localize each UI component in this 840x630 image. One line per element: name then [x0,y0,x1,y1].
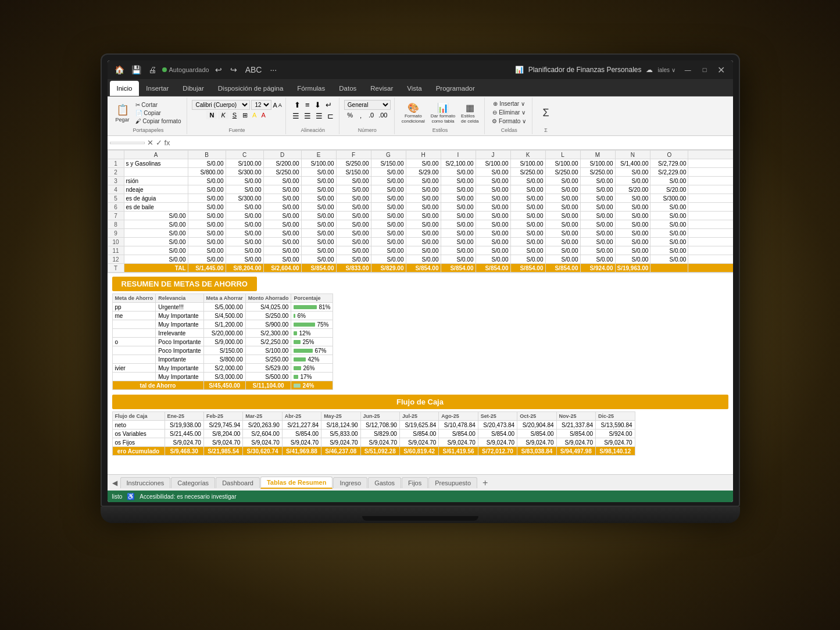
total-i[interactable]: S/854.00 [441,264,476,273]
total-e[interactable]: S/854.00 [301,264,336,273]
format-cells-btn[interactable]: ⚙ Formato ∨ [489,117,528,125]
cell[interactable]: S/100.00 [301,159,336,168]
cell[interactable]: S/0.00 [650,177,688,185]
cell[interactable] [688,177,733,185]
cell[interactable]: S/0.00 [580,194,615,203]
cell[interactable]: S/100.00 [226,159,263,168]
cell[interactable]: S/0.00 [371,203,406,212]
cell[interactable]: S/0.00 [476,194,510,203]
cell[interactable]: S/0.00 [371,177,406,185]
cell[interactable]: S/0.00 [301,194,336,203]
bold-btn[interactable]: N [206,111,217,119]
cell[interactable]: S/0.00 [301,177,336,185]
cell[interactable]: S/100.00 [545,159,580,168]
cell[interactable]: S/0.00 [188,177,226,185]
cell[interactable]: S/0.00 [301,185,336,194]
cell[interactable]: S/0.00 [476,185,510,194]
cell[interactable]: S/300.00 [226,168,263,177]
ch-F[interactable]: F [336,151,371,159]
total-m[interactable]: S/924.00 [580,264,615,273]
font-size-select[interactable]: 12 [251,100,271,110]
insert-cells-btn[interactable]: ⊕ Insertar ∨ [491,100,527,108]
number-format-select[interactable]: General [344,100,391,110]
ch-E[interactable]: E [301,151,336,159]
close-btn[interactable]: ✕ [714,63,728,77]
tab-categorias[interactable]: Categorías [171,477,215,488]
cell[interactable]: S/300.00 [226,194,263,203]
cell-styles-btn[interactable]: ▦ Estilosde celda [459,101,481,125]
align-right-btn[interactable]: ☰ [314,111,324,121]
cell[interactable]: S/0.00 [336,194,371,203]
cell[interactable]: S/0.00 [510,194,545,203]
ch-M[interactable]: M [580,151,615,159]
total-c[interactable]: S/8,204.00 [226,264,263,273]
cancel-formula-btn[interactable]: ✕ [147,138,153,147]
total-h[interactable]: S/854.00 [406,264,441,273]
cell[interactable]: S/0.00 [263,177,301,185]
cell[interactable]: S/0.00 [650,203,688,212]
cell[interactable]: S/0.00 [406,177,441,185]
cell[interactable]: S/0.00 [580,177,615,185]
ch-H[interactable]: H [406,151,441,159]
cell[interactable]: S/0.00 [371,168,406,177]
cell[interactable]: S/250.00 [263,168,301,177]
fill-color-btn[interactable]: A [251,112,258,119]
cell[interactable]: S/0.00 [371,194,406,203]
cell[interactable]: S/0.00 [545,194,580,203]
cell[interactable]: S/0.00 [406,159,441,168]
cell[interactable]: S/0.00 [441,185,476,194]
total-l[interactable]: S/854.00 [545,264,580,273]
cut-btn[interactable]: ✂ Cortar [133,101,184,109]
borders-btn[interactable]: ⊞ [241,112,249,119]
cell[interactable]: S/0.00 [510,185,545,194]
cell[interactable]: S/0.00 [336,185,371,194]
tab-revisar[interactable]: Revisar [363,81,400,96]
cell[interactable]: S/0.00 [580,185,615,194]
ch-I[interactable]: I [441,151,476,159]
home-icon[interactable]: 🏠 [112,64,127,76]
cell[interactable]: S/0.00 [301,203,336,212]
tab-inicio[interactable]: Inicio [110,81,140,96]
italic-btn[interactable]: K [218,111,228,119]
total-f[interactable]: S/833.00 [336,264,371,273]
format-table-btn[interactable]: 📊 Dar formatocomo tabla [428,101,457,125]
total-j[interactable]: S/854.00 [476,264,510,273]
cell[interactable]: S/20.00 [650,185,688,194]
tab-disposicion[interactable]: Disposición de página [211,81,291,96]
format-painter-btn[interactable]: 🖌 Copiar formato [133,117,184,125]
cell[interactable]: S/150.00 [336,168,371,177]
cell[interactable]: S/0.00 [476,168,510,177]
font-color-btn[interactable]: A [259,112,267,119]
cell[interactable]: S/0.00 [615,194,650,203]
tab-insertar[interactable]: Insertar [139,81,176,96]
merge-btn[interactable]: ⊏ [326,111,335,121]
cell[interactable]: S/100.00 [580,159,615,168]
total-p[interactable] [688,264,733,273]
cell[interactable] [688,203,733,212]
cell[interactable]: S/0.00 [510,177,545,185]
cell-ref-box[interactable] [110,142,145,144]
tab-dashboard[interactable]: Dashboard [216,477,260,488]
cell[interactable]: S/2,229.00 [650,168,688,177]
align-center-btn[interactable]: ☰ [302,111,313,121]
cell[interactable]: S/0.00 [441,194,476,203]
sum-btn[interactable]: Σ [537,106,555,120]
tab-dibujar[interactable]: Dibujar [176,81,210,96]
tab-ingreso[interactable]: Ingreso [333,477,367,488]
align-top-btn[interactable]: ⬆ [292,100,302,110]
cell[interactable]: es de baile [124,203,188,212]
cell[interactable]: S/2,100.00 [441,159,476,168]
copy-btn[interactable]: 📄 Copiar [133,109,184,117]
cell[interactable]: S/0.00 [441,177,476,185]
cell[interactable]: S/0.00 [188,159,226,168]
cell[interactable]: S/0.00 [441,168,476,177]
cell[interactable]: S/0.00 [545,185,580,194]
cell[interactable]: S/250.00 [580,168,615,177]
cell[interactable] [688,168,733,177]
ch-J[interactable]: J [476,151,510,159]
cell[interactable]: S/0.00 [226,177,263,185]
ch-G[interactable]: G [371,151,406,159]
cell[interactable]: S/0.00 [476,177,510,185]
cell[interactable]: S/250.00 [545,168,580,177]
tab-nav-left[interactable]: ◀ [110,478,120,488]
